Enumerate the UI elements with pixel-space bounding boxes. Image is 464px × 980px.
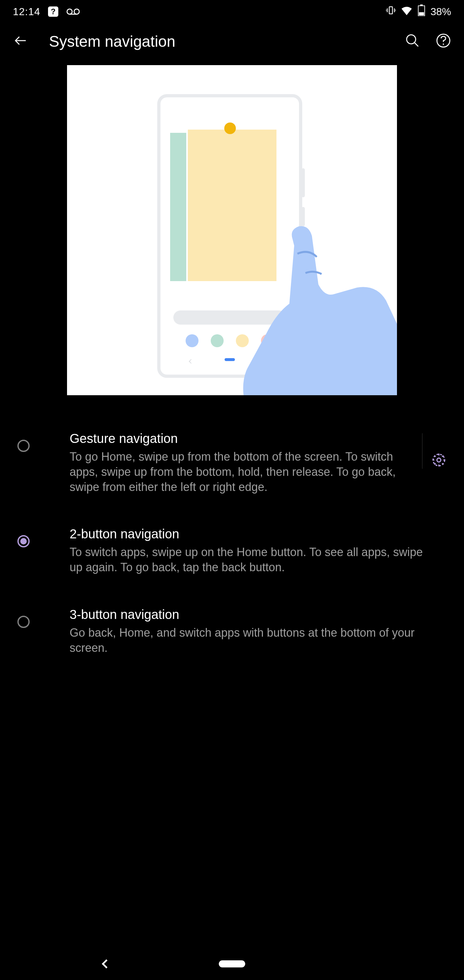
battery-icon (418, 5, 425, 19)
system-navigation-bar (0, 948, 464, 980)
gear-icon (431, 452, 447, 469)
option-title: Gesture navigation (70, 430, 409, 447)
svg-point-1 (74, 9, 79, 14)
voicemail-icon (66, 8, 80, 15)
option-description: To switch apps, swipe up on the Home but… (70, 545, 432, 575)
svg-point-0 (67, 9, 72, 14)
sim-question-icon: ? (48, 6, 58, 17)
svg-line-13 (415, 43, 418, 46)
hand-illustration (202, 220, 397, 395)
option-description: To go Home, swipe up from the bottom of … (70, 449, 409, 495)
radio-3button[interactable] (17, 616, 30, 628)
vibrate-icon (386, 5, 396, 18)
radio-gesture[interactable] (17, 440, 30, 452)
wifi-icon (401, 6, 412, 18)
page-title: System navigation (49, 33, 384, 50)
navigation-illustration (67, 65, 397, 395)
option-3button-navigation[interactable]: 3-button navigation Go back, Home, and s… (0, 590, 464, 671)
battery-percentage: 38% (431, 6, 451, 18)
svg-point-16 (437, 458, 441, 462)
help-button[interactable] (435, 33, 451, 49)
svg-point-12 (407, 35, 416, 44)
system-home-button[interactable] (219, 960, 245, 967)
option-description: Go back, Home, and switch apps with butt… (70, 625, 432, 656)
back-button[interactable] (13, 33, 29, 49)
option-2button-navigation[interactable]: 2-button navigation To switch apps, swip… (0, 510, 464, 590)
option-title: 3-button navigation (70, 606, 432, 623)
option-title: 2-button navigation (70, 525, 432, 542)
svg-rect-3 (389, 7, 392, 14)
gesture-settings-button[interactable] (422, 433, 445, 469)
radio-2button[interactable] (17, 535, 30, 547)
navigation-options-list: Gesture navigation To go Home, swipe up … (0, 395, 464, 690)
search-button[interactable] (405, 33, 420, 49)
app-bar: System navigation (0, 23, 464, 59)
option-gesture-navigation[interactable]: Gesture navigation To go Home, swipe up … (0, 415, 464, 510)
system-back-button[interactable] (102, 959, 111, 968)
svg-point-15 (443, 43, 444, 45)
status-bar: 12:14 ? (0, 0, 464, 23)
svg-rect-10 (419, 12, 424, 16)
clock: 12:14 (13, 6, 40, 18)
